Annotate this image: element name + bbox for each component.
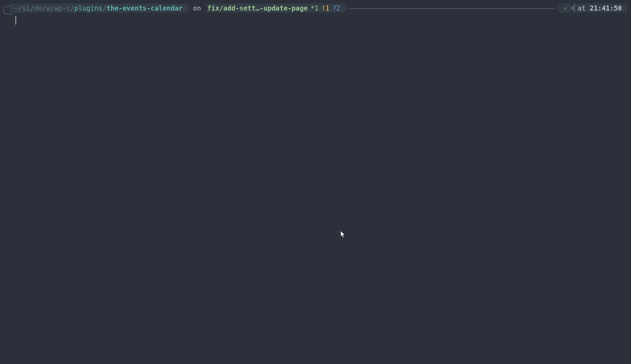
terminal-cursor[interactable]	[15, 16, 16, 25]
git-branch-segment: fix/add-sett…-update-page *1 !1 ?2	[204, 4, 344, 13]
path-segment: ~/si/de/w/wp-c/plugins/the-events-calend…	[10, 4, 185, 13]
at-label: at	[578, 4, 586, 12]
path-sep: /	[103, 4, 106, 12]
git-modified-count: !1	[318, 4, 329, 12]
prompt-start-decoration	[3, 6, 13, 14]
chevron-left-icon	[570, 4, 575, 13]
git-untracked-count: ?2	[329, 4, 340, 12]
git-branch-name: fix/add-sett…-update-page	[207, 4, 308, 12]
time-segment: at 21:41:50	[575, 4, 627, 13]
on-label: on	[190, 4, 204, 12]
chevron-right-icon	[344, 4, 348, 13]
chevron-right-icon	[185, 4, 190, 13]
shell-prompt-line: ~/si/de/w/wp-c/plugins/the-events-calend…	[0, 0, 631, 12]
path-dir: plugins	[74, 4, 103, 12]
chevron-right-icon	[204, 4, 208, 13]
checkmark-icon: ✓	[564, 5, 567, 11]
prompt-filler-line	[350, 8, 555, 9]
time-value: 21:41:50	[590, 4, 622, 12]
mouse-pointer-icon	[340, 231, 346, 239]
chevron-left-icon	[556, 4, 561, 13]
status-segment: ✓	[561, 4, 571, 13]
git-staged-count: *1	[308, 4, 318, 12]
path-prefix: ~/si/de/w/wp-c/	[14, 4, 74, 12]
path-current: the-events-calendar	[106, 4, 183, 12]
